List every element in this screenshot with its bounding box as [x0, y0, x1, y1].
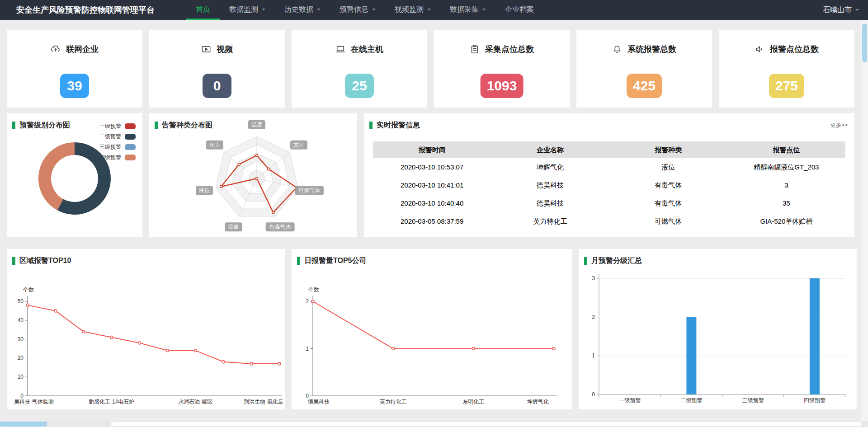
menu-item-enterprise-archive[interactable]: 企业档案: [495, 0, 543, 20]
stat-card-alarm-points: 报警点位总数 275: [719, 30, 854, 108]
chevron-down-icon: [482, 9, 486, 12]
menu-label: 预警信息: [340, 0, 368, 19]
cloud-upload-icon: [51, 44, 61, 54]
donut-chart: [7, 113, 142, 237]
svg-text:3: 3: [592, 275, 595, 282]
menu-item-data-collect[interactable]: 数据采集: [440, 0, 495, 20]
table-row: 2020-03-10 10:40:40 德昊科技 有毒气体 35: [373, 194, 845, 212]
stat-value-badge: 1093: [481, 74, 524, 98]
stat-label: 报警点位总数: [770, 44, 819, 55]
svg-text:四级预警: 四级预警: [804, 397, 826, 404]
panel-monthly-warning-summary: 月预警分级汇总 0123一级预警二级预警三级预警四级预警: [579, 249, 857, 409]
cell-alarm-time: 2020-03-10 10:41:01: [373, 176, 491, 194]
panel-region-alarm-top10: 区域报警TOP10 01020304050个数昊科技-气体监测鹏盛化工-1#电石…: [7, 249, 285, 409]
stat-label: 在线主机: [351, 44, 383, 55]
svg-text:个数: 个数: [308, 286, 319, 293]
stat-label: 联网企业: [66, 44, 99, 55]
cell-alarm-time: 2020-03-05 08:37:59: [373, 212, 491, 230]
svg-text:个数: 个数: [23, 286, 34, 293]
clipboard-icon: [470, 44, 480, 54]
svg-text:三级预警: 三级预警: [742, 397, 764, 404]
menu-item-home[interactable]: 首页: [186, 0, 220, 20]
stat-card-video: 视频 0: [149, 30, 285, 108]
menu-item-data-monitor[interactable]: 数据监测: [220, 0, 275, 20]
more-link[interactable]: 更多>>: [830, 122, 848, 129]
svg-text:其它: 其它: [293, 142, 304, 148]
cell-alarm-time: 2020-03-10 10:40:40: [373, 194, 491, 212]
panel-title: 实时报警信息: [377, 121, 420, 130]
svg-text:0: 0: [306, 393, 309, 399]
svg-text:英力特化工: 英力特化工: [380, 399, 407, 405]
cell-alarm-type: 可燃气体: [609, 212, 727, 230]
svg-text:50: 50: [18, 298, 24, 305]
vertical-scrollbar[interactable]: [861, 20, 868, 421]
svg-text:1: 1: [306, 346, 309, 352]
speaker-icon: [755, 44, 764, 54]
video-icon: [201, 44, 211, 54]
horizontal-scrollbar[interactable]: [0, 421, 868, 427]
menu-item-video-monitor[interactable]: 视频监测: [385, 0, 440, 20]
svg-text:二级预警: 二级预警: [680, 397, 702, 404]
svg-text:可燃气体: 可燃气体: [298, 187, 320, 193]
svg-text:流量: 流量: [228, 224, 239, 230]
cell-enterprise: 坤辉气化: [491, 158, 609, 176]
table-header-row: 报警时间 企业名称 报警种类 报警点位: [373, 141, 845, 158]
svg-text:德昊科技: 德昊科技: [308, 399, 330, 405]
stat-label: 系统报警总数: [627, 44, 676, 55]
svg-text:20: 20: [18, 355, 24, 361]
svg-text:30: 30: [18, 336, 24, 343]
svg-text:昊科技-气体监测: 昊科技-气体监测: [14, 399, 54, 405]
stat-card-online-enterprise: 联网企业 39: [7, 30, 142, 108]
horizontal-scrollbar-thumb[interactable]: [0, 422, 47, 427]
svg-text:东明化工: 东明化工: [462, 399, 484, 405]
cell-alarm-type: 液位: [609, 158, 727, 176]
cell-enterprise: 德昊科技: [491, 194, 609, 212]
svg-text:永润石油-罐区: 永润石油-罐区: [178, 399, 212, 405]
top-navbar: 安全生产风险预警防控物联网管理平台 首页 数据监测 历史数据 预警信息 视频监测…: [0, 0, 868, 20]
stat-card-system-alarms: 系统报警总数 425: [576, 30, 712, 108]
stat-value-badge: 275: [769, 74, 804, 98]
region-label: 石嘴山市: [823, 0, 852, 20]
table-row: 2020-03-10 10:53:07 坤辉气化 液位 精醇南罐液位GT_203: [373, 158, 845, 176]
stat-value-badge: 0: [203, 74, 231, 98]
vertical-scrollbar-thumb[interactable]: [862, 23, 867, 62]
svg-text:压力: 压力: [209, 142, 220, 148]
svg-text:坤辉气化: 坤辉气化: [527, 399, 549, 405]
app-title: 安全生产风险预警防控物联网管理平台: [16, 0, 155, 20]
table-row: 2020-03-10 10:41:01 德昊科技 有毒气体 3: [373, 176, 845, 194]
column-header: 企业名称: [491, 141, 609, 158]
cell-enterprise: 德昊科技: [491, 176, 609, 194]
menu-label: 数据采集: [450, 0, 479, 19]
radar-chart: 温度其它可燃气体有毒气体流量液位压力: [149, 113, 357, 237]
stat-label: 采集点位总数: [485, 44, 534, 55]
svg-text:温度: 温度: [251, 122, 262, 128]
table-row: 2020-03-05 08:37:59 英力特化工 可燃气体 GIA-520单体…: [373, 212, 845, 230]
panel-daily-alarm-top5: 日报警量TOP5公司 012个数德昊科技英力特化工东明化工坤辉气化: [292, 249, 572, 409]
main-menu: 首页 数据监测 历史数据 预警信息 视频监测 数据采集 企业档案: [186, 0, 543, 20]
svg-text:荆洪生物-氧化反: 荆洪生物-氧化反: [244, 399, 283, 405]
column-header: 报警种类: [609, 141, 727, 158]
stat-card-collect-points: 采集点位总数 1093: [434, 30, 570, 108]
horizontal-scrollbar-track: [111, 422, 861, 426]
svg-text:10: 10: [18, 374, 24, 380]
menu-label: 历史数据: [284, 0, 313, 19]
cell-enterprise: 英力特化工: [491, 212, 609, 230]
column-header: 报警点位: [727, 141, 845, 158]
monthly-warning-bar-chart: 0123一级预警二级预警三级预警四级预警: [579, 249, 857, 409]
stat-value-badge: 39: [60, 74, 89, 98]
panel-warning-level-donut: 预警级别分布图 一级预警 二级预警 三级预警 四级预警: [7, 113, 142, 237]
daily-alarm-line-chart: 012个数德昊科技英力特化工东明化工坤辉气化: [292, 249, 572, 409]
cell-alarm-point: 35: [727, 194, 845, 212]
region-selector[interactable]: 石嘴山市: [823, 0, 859, 20]
host-icon: [335, 44, 345, 54]
menu-item-warning-info[interactable]: 预警信息: [330, 0, 385, 20]
cell-alarm-time: 2020-03-10 10:53:07: [373, 158, 491, 176]
chevron-down-icon: [262, 9, 265, 12]
alarm-table: 报警时间 企业名称 报警种类 报警点位 2020-03-10 10:53:07 …: [373, 141, 845, 230]
menu-label: 视频监测: [395, 0, 424, 19]
menu-item-history-data[interactable]: 历史数据: [275, 0, 330, 20]
menu-label: 数据监测: [229, 0, 258, 19]
chevron-down-icon: [427, 9, 431, 12]
chevron-down-icon: [372, 9, 376, 12]
stat-label: 视频: [217, 44, 233, 55]
